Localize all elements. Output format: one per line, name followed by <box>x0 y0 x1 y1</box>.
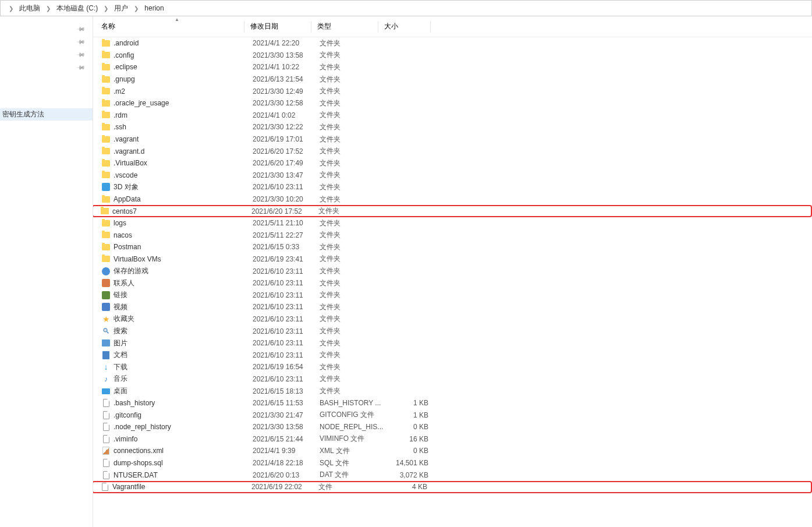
file-row[interactable]: .ssh2021/3/30 12:22文件夹 <box>93 121 812 133</box>
file-date: 2021/3/30 13:58 <box>253 423 320 431</box>
file-row[interactable]: .viminfo2021/6/15 21:44VIMINFO 文件16 KB <box>93 433 812 445</box>
file-row[interactable]: .vagrant.d2021/6/20 17:52文件夹 <box>93 145 812 157</box>
nav-pin-row[interactable]: 📌 <box>0 35 93 48</box>
file-type: VIMINFO 文件 <box>320 434 387 444</box>
file-name: Postman <box>114 243 253 251</box>
file-row[interactable]: .vscode2021/3/30 13:47文件夹 <box>93 169 812 182</box>
file-row[interactable]: 视频2021/6/10 23:11文件夹 <box>93 301 812 313</box>
file-row[interactable]: 链接2021/6/10 23:11文件夹 <box>93 289 812 301</box>
file-row[interactable]: logs2021/5/11 21:10文件夹 <box>93 217 812 229</box>
file-icon <box>103 411 109 419</box>
file-row[interactable]: 🔍︎搜索2021/6/10 23:11文件夹 <box>93 325 812 337</box>
pin-icon: 📌 <box>76 37 86 46</box>
file-row-highlighted[interactable]: centos72021/6/20 17:52文件夹 <box>93 205 812 217</box>
file-row[interactable]: .oracle_jre_usage2021/3/30 12:58文件夹 <box>93 97 812 109</box>
file-icon <box>103 471 109 479</box>
navigation-pane[interactable]: 📌📌📌📌 密钥生成方法 <box>0 16 93 527</box>
file-type: NODE_REPL_HIS... <box>320 423 387 431</box>
nav-item-selected[interactable]: 密钥生成方法 <box>0 108 93 121</box>
file-row[interactable]: .rdm2021/4/1 0:02文件夹 <box>93 109 812 122</box>
file-name: NTUSER.DAT <box>114 471 253 479</box>
file-icon <box>103 423 109 431</box>
file-name: connections.xml <box>114 447 253 455</box>
music-icon: ♪ <box>104 375 108 383</box>
file-type: GITCONFIG 文件 <box>320 410 387 420</box>
nav-pin-row[interactable]: 📌 <box>0 61 93 73</box>
file-type: 文件夹 <box>320 338 387 348</box>
file-type: 文件夹 <box>320 314 387 324</box>
file-type: 文件夹 <box>320 86 387 96</box>
file-date: 2021/4/1 22:20 <box>253 39 320 47</box>
column-header-name[interactable]: 名称 ▲ <box>93 21 244 33</box>
column-header-date[interactable]: 修改日期 <box>244 21 311 33</box>
breadcrumb-item[interactable]: 此电脑 <box>17 3 42 13</box>
link-icon <box>102 291 110 299</box>
file-row[interactable]: .m22021/3/30 12:49文件夹 <box>93 85 812 97</box>
file-row[interactable]: NTUSER.DAT2021/6/20 0:13DAT 文件3,072 KB <box>93 469 812 481</box>
file-row-highlighted[interactable]: Vagrantfile2021/6/19 22:02文件4 KB <box>93 481 812 493</box>
file-row[interactable]: .gnupg2021/6/13 21:54文件夹 <box>93 73 812 86</box>
file-name: .vagrant <box>114 135 253 143</box>
file-row[interactable]: 联系人2021/6/10 23:11文件夹 <box>93 277 812 289</box>
file-date: 2021/6/10 23:11 <box>253 267 320 275</box>
file-row[interactable]: 3D 对象2021/6/10 23:11文件夹 <box>93 181 812 193</box>
file-date: 2021/3/30 21:47 <box>253 411 320 419</box>
breadcrumb[interactable]: ❯ 此电脑❯本地磁盘 (C:)❯用户❯herion <box>0 0 812 16</box>
file-row[interactable]: connections.xml2021/4/1 9:39XML 文件0 KB <box>93 445 812 457</box>
folder-icon <box>102 196 110 203</box>
file-icon <box>103 435 109 443</box>
file-size: 3,072 KB <box>387 471 433 479</box>
breadcrumb-item[interactable]: herion <box>142 4 166 12</box>
file-row[interactable]: AppData2021/3/30 10:20文件夹 <box>93 193 812 206</box>
file-date: 2021/3/30 13:47 <box>253 171 320 179</box>
file-row[interactable]: 文档2021/6/10 23:11文件夹 <box>93 349 812 361</box>
file-name: .m2 <box>114 87 253 96</box>
file-row[interactable]: 桌面2021/6/15 18:13文件夹 <box>93 385 812 397</box>
file-type: 文件夹 <box>320 290 387 300</box>
file-name: .rdm <box>114 111 253 119</box>
file-row[interactable]: .eclipse2021/4/1 10:22文件夹 <box>93 61 812 73</box>
breadcrumb-item[interactable]: 本地磁盘 (C:) <box>54 3 100 13</box>
file-date: 2021/6/10 23:11 <box>253 303 320 311</box>
chevron-right-icon: ❯ <box>134 5 139 12</box>
file-date: 2021/6/10 23:11 <box>253 351 320 359</box>
column-header-type[interactable]: 类型 <box>311 21 378 33</box>
column-header-size[interactable]: 大小 <box>378 21 431 33</box>
file-row[interactable]: ★收藏夹2021/6/10 23:11文件夹 <box>93 313 812 326</box>
search-icon: 🔍︎ <box>102 327 110 335</box>
file-row[interactable]: .bash_history2021/6/15 11:53BASH_HISTORY… <box>93 397 812 409</box>
file-list[interactable]: .android2021/4/1 22:20文件夹.config2021/3/3… <box>93 37 812 527</box>
file-type: 文件夹 <box>320 98 387 108</box>
file-row[interactable]: .android2021/4/1 22:20文件夹 <box>93 37 812 49</box>
file-type: 文件夹 <box>320 230 387 240</box>
file-row[interactable]: 保存的游戏2021/6/10 23:11文件夹 <box>93 265 812 277</box>
file-size: 0 KB <box>387 423 433 431</box>
file-row[interactable]: .VirtualBox2021/6/20 17:49文件夹 <box>93 157 812 169</box>
file-row[interactable]: 图片2021/6/10 23:11文件夹 <box>93 337 812 349</box>
breadcrumb-item[interactable]: 用户 <box>112 3 130 13</box>
file-name: .VirtualBox <box>114 159 253 167</box>
file-row[interactable]: ♪音乐2021/6/10 23:11文件夹 <box>93 373 812 385</box>
folder-icon <box>102 76 110 83</box>
file-icon <box>102 483 108 491</box>
file-row[interactable]: ↓下载2021/6/19 16:54文件夹 <box>93 361 812 373</box>
file-row[interactable]: .config2021/3/30 13:58文件夹 <box>93 49 812 62</box>
file-row[interactable]: VirtualBox VMs2021/6/19 23:41文件夹 <box>93 253 812 266</box>
file-date: 2021/6/15 18:13 <box>253 387 320 395</box>
file-row[interactable]: .node_repl_history2021/3/30 13:58NODE_RE… <box>93 421 812 433</box>
pin-icon: 📌 <box>76 49 86 59</box>
file-row[interactable]: .vagrant2021/6/19 17:01文件夹 <box>93 133 812 146</box>
file-date: 2021/6/20 0:13 <box>253 471 320 479</box>
file-name: .vscode <box>114 171 253 179</box>
file-size: 14,501 KB <box>387 459 433 467</box>
file-row[interactable]: dump-shops.sql2021/4/18 22:18SQL 文件14,50… <box>93 457 812 469</box>
file-row[interactable]: .gitconfig2021/3/30 21:47GITCONFIG 文件1 K… <box>93 409 812 421</box>
file-name: centos7 <box>112 207 251 215</box>
nav-pin-row[interactable]: 📌 <box>0 22 93 35</box>
file-type: 文件夹 <box>320 386 387 396</box>
file-name: 收藏夹 <box>114 314 253 324</box>
nav-pin-row[interactable]: 📌 <box>0 48 93 61</box>
file-row[interactable]: Postman2021/6/15 0:33文件夹 <box>93 241 812 253</box>
file-type: 文件夹 <box>320 182 387 192</box>
file-row[interactable]: nacos2021/5/11 22:27文件夹 <box>93 229 812 242</box>
